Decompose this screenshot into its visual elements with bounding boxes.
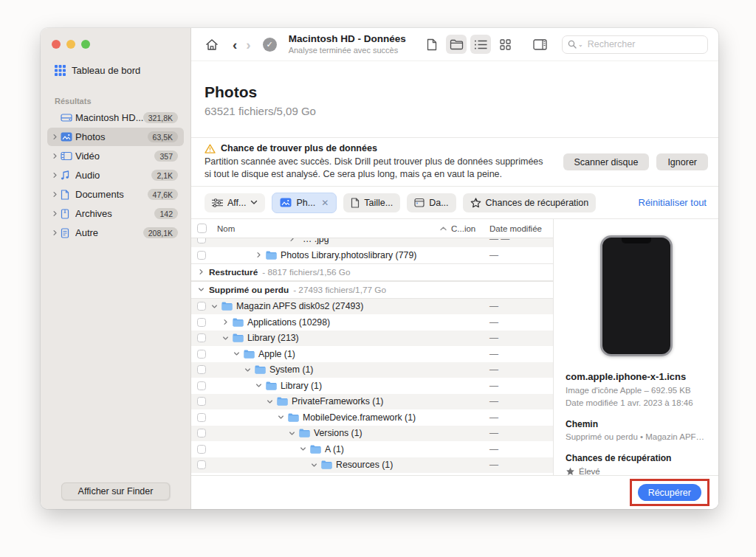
chevron-down-icon[interactable] <box>210 303 218 310</box>
chevron-right-icon[interactable] <box>221 319 229 325</box>
details-panel: com.apple.iphone-x-1.icns Image d'icône … <box>553 219 718 475</box>
group-row[interactable]: Supprimé ou perdu- 27493 fichiers/1,77 G… <box>191 281 553 299</box>
filter-bar: Aff... Ph... ✕ Taille... <box>191 187 718 219</box>
select-all-checkbox[interactable] <box>197 224 207 233</box>
sidebar: Tableau de bord Résultats Macintosh HD..… <box>41 28 191 509</box>
row-checkbox[interactable] <box>197 445 206 454</box>
zoom-window-button[interactable] <box>81 40 90 49</box>
row-checkbox[interactable] <box>197 251 206 260</box>
toggle-panel-button[interactable] <box>529 35 550 54</box>
table-row[interactable]: Magazin APFS disk0s2 (27493)— <box>191 299 553 315</box>
row-checkbox[interactable] <box>197 397 206 406</box>
chevron-down-icon[interactable] <box>233 350 240 357</box>
folder-icon <box>266 381 277 390</box>
table-row[interactable]: MobileDevice.framework (1)— <box>191 409 553 426</box>
chevron-down-icon[interactable] <box>277 414 284 421</box>
sidebar-item-documents[interactable]: Documents47,6K <box>47 185 184 204</box>
table-row[interactable]: A (1)— <box>191 441 553 457</box>
table-row[interactable]: Library (1)— <box>191 378 553 394</box>
chevron-right-icon[interactable] <box>255 252 262 258</box>
list-view-button[interactable] <box>470 35 491 54</box>
date-filter-button[interactable]: Da... <box>407 193 456 212</box>
row-date: — <box>489 301 553 311</box>
column-header-name[interactable]: Nom <box>217 224 235 233</box>
chevron-right-icon[interactable] <box>52 134 61 140</box>
sidebar-item-video[interactable]: Vidéo357 <box>47 147 184 165</box>
folder-view-button[interactable] <box>446 35 467 54</box>
recovery-chances-filter-button[interactable]: Chances de récupération <box>463 193 597 212</box>
reset-all-filters-link[interactable]: Réinitialiser tout <box>639 197 707 208</box>
folder-icon <box>255 365 266 374</box>
chevron-down-icon[interactable] <box>299 446 306 452</box>
chevron-right-icon[interactable] <box>52 172 61 179</box>
chevron-down-icon[interactable] <box>221 335 229 342</box>
sidebar-item-audio[interactable]: Audio2,1K <box>47 166 184 184</box>
table-row[interactable]: System (1)— <box>191 362 553 378</box>
chevron-right-icon[interactable] <box>288 238 295 242</box>
sidebar-item-photos[interactable]: Photos63,5K <box>47 128 184 146</box>
remove-filter-icon[interactable]: ✕ <box>321 198 329 208</box>
row-date: — <box>489 428 553 438</box>
row-checkbox[interactable] <box>197 302 206 311</box>
recover-button[interactable]: Récupérer <box>638 484 701 501</box>
sidebar-item-dashboard[interactable]: Tableau de bord <box>55 65 190 76</box>
row-checkbox[interactable] <box>197 365 206 374</box>
row-date: — <box>489 250 553 260</box>
row-checkbox[interactable] <box>197 413 206 422</box>
size-filter-button[interactable]: Taille... <box>343 193 400 212</box>
row-checkbox[interactable] <box>197 333 206 342</box>
page-header: Photos 63521 fichiers/5,09 Go <box>191 61 718 138</box>
folder-icon <box>277 397 288 406</box>
table-row[interactable]: … .jpg— — <box>191 238 553 247</box>
home-button[interactable] <box>203 35 221 53</box>
chevron-right-icon[interactable] <box>52 229 61 236</box>
table-row[interactable]: Versions (1)— <box>191 426 553 442</box>
column-header-chances[interactable]: C...ion <box>451 224 489 233</box>
chevron-right-icon[interactable] <box>198 269 205 275</box>
chevron-right-icon[interactable] <box>52 191 61 198</box>
file-view-button[interactable] <box>422 35 442 54</box>
chevron-right-icon[interactable] <box>52 210 61 217</box>
close-window-button[interactable] <box>52 40 61 49</box>
back-button[interactable]: ‹ <box>228 38 241 52</box>
grid-view-button[interactable] <box>495 35 515 54</box>
sidebar-item-archives[interactable]: Archives142 <box>47 204 184 223</box>
sidebar-item-label: Archives <box>75 208 154 219</box>
scan-disk-button[interactable]: Scanner disque <box>563 153 650 170</box>
show-in-finder-button[interactable]: Afficher sur Finder <box>61 482 171 500</box>
image-icon <box>280 198 292 207</box>
row-checkbox[interactable] <box>197 429 206 437</box>
chevron-down-icon[interactable] <box>266 398 273 405</box>
chevron-down-icon[interactable] <box>198 286 205 293</box>
row-checkbox[interactable] <box>197 350 206 359</box>
table-row[interactable]: PrivateFrameworks (1)— <box>191 394 553 410</box>
row-checkbox[interactable] <box>197 381 206 390</box>
search-field[interactable]: ⌄ <box>562 35 708 54</box>
chevron-down-icon[interactable] <box>310 462 317 468</box>
star-filled-icon <box>566 467 575 475</box>
forward-button[interactable]: › <box>241 38 255 52</box>
column-header-date[interactable]: Date modifiée <box>489 224 553 233</box>
chevron-down-icon[interactable] <box>288 430 295 437</box>
table-row[interactable]: Applications (10298)— <box>191 314 553 331</box>
chevron-down-icon[interactable] <box>255 382 262 389</box>
row-checkbox[interactable] <box>197 238 206 243</box>
row-checkbox[interactable] <box>197 460 206 469</box>
table-row[interactable]: Apple (1)— <box>191 346 553 362</box>
chevron-down-icon[interactable] <box>244 367 251 373</box>
minimize-window-button[interactable] <box>66 40 75 49</box>
group-row[interactable]: Restructuré- 8817 fichiers/1,56 Go <box>191 263 553 281</box>
sidebar-item-autre[interactable]: Autre208,1K <box>47 224 184 242</box>
sidebar-item-macintosh-hd[interactable]: Macintosh HD...321,8K <box>47 108 184 127</box>
table-row[interactable]: Photos Library.photoslibrary (779)— <box>191 247 553 263</box>
display-options-button[interactable]: Aff... <box>205 193 265 212</box>
search-input[interactable] <box>586 38 702 50</box>
chevron-right-icon[interactable] <box>52 153 61 159</box>
sort-ascending-icon[interactable] <box>440 226 447 231</box>
filter-chip-photos[interactable]: Ph... ✕ <box>272 193 337 213</box>
table-row-clipped[interactable]: … .jpg— — <box>191 238 553 247</box>
table-row[interactable]: Library (213)— <box>191 331 553 347</box>
table-row[interactable]: Resources (1)— <box>191 457 553 474</box>
ignore-button[interactable]: Ignorer <box>656 153 708 170</box>
row-checkbox[interactable] <box>197 318 206 327</box>
